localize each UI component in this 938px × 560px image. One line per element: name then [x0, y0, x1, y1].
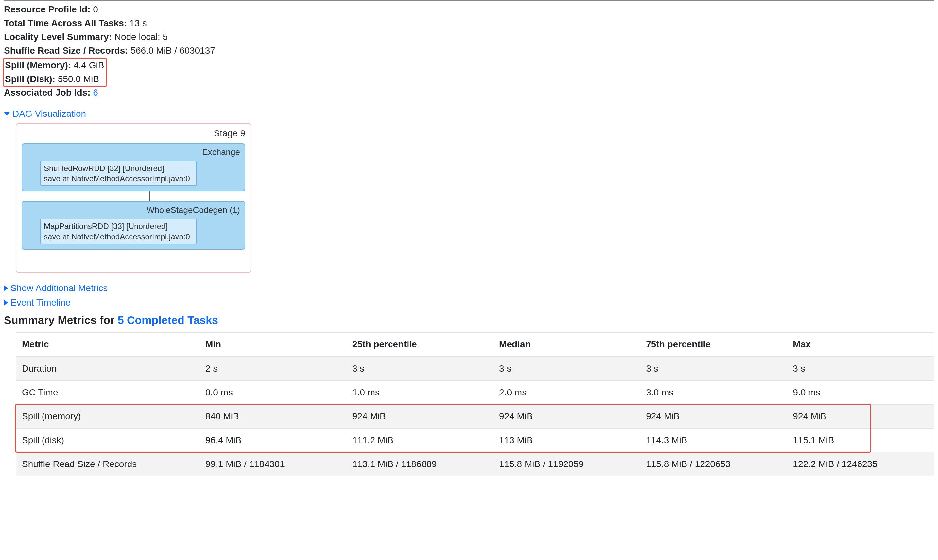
table-cell: 111.2 MiB — [346, 428, 493, 452]
total-time-row: Total Time Across All Tasks: 13 s — [4, 16, 934, 30]
table-cell: 99.1 MiB / 1184301 — [200, 452, 346, 476]
table-cell: 3 s — [346, 357, 493, 381]
table-cell: 840 MiB — [200, 404, 346, 428]
caret-down-icon — [4, 112, 10, 116]
spill-disk-label: Spill (Disk): — [5, 74, 55, 84]
spill-memory-row: Spill (Memory): 4.4 GiB — [5, 58, 104, 72]
table-cell: 924 MiB — [640, 404, 787, 428]
dag-exchange-title: Exchange — [27, 147, 240, 157]
table-cell: Spill (disk) — [16, 428, 200, 452]
dag-rdd2-line1: MapPartitionsRDD [33] [Unordered] — [44, 221, 193, 231]
table-cell: 3 s — [640, 357, 787, 381]
table-cell: 2.0 ms — [493, 380, 640, 404]
event-timeline-toggle[interactable]: Event Timeline — [4, 297, 934, 308]
table-cell: 3 s — [493, 357, 640, 381]
table-cell: Duration — [16, 357, 200, 381]
table-cell: 2 s — [200, 357, 346, 381]
dag-rdd-node-shuffled[interactable]: ShuffledRowRDD [32] [Unordered] save at … — [40, 161, 197, 186]
locality-row: Locality Level Summary: Node local: 5 — [4, 30, 934, 44]
total-time-value: 13 s — [129, 18, 147, 28]
table-cell: 113.1 MiB / 1186889 — [346, 452, 493, 476]
table-row: Spill (disk)96.4 MiB111.2 MiB113 MiB114.… — [16, 428, 934, 452]
table-row: Spill (memory)840 MiB924 MiB924 MiB924 M… — [16, 404, 934, 428]
table-cell: 3.0 ms — [640, 380, 787, 404]
associated-job-row: Associated Job Ids: 6 — [4, 86, 934, 100]
dag-rdd2-line2: save at NativeMethodAccessorImpl.java:0 — [44, 232, 193, 242]
dag-stage-box: Stage 9 Exchange ShuffledRowRDD [32] [Un… — [16, 123, 251, 273]
table-cell: 3 s — [787, 357, 934, 381]
table-cell: 9.0 ms — [787, 380, 934, 404]
dag-rdd-node-mappartitions[interactable]: MapPartitionsRDD [33] [Unordered] save a… — [40, 218, 197, 244]
resource-profile-value: 0 — [93, 4, 98, 14]
resource-profile-label: Resource Profile Id: — [4, 4, 91, 14]
dag-stage-title: Stage 9 — [22, 128, 245, 139]
shuffle-read-label: Shuffle Read Size / Records: — [4, 45, 128, 55]
summary-metrics-table: Metric Min 25th percentile Median 75th p… — [16, 332, 934, 476]
table-cell: 96.4 MiB — [200, 428, 346, 452]
spill-disk-value: 550.0 MiB — [58, 74, 99, 84]
spill-memory-value: 4.4 GiB — [74, 60, 104, 70]
table-cell: 924 MiB — [787, 404, 934, 428]
dag-visualization-label: DAG Visualization — [12, 109, 86, 119]
table-cell: Spill (memory) — [16, 404, 200, 428]
table-cell: 1.0 ms — [346, 380, 493, 404]
dag-wholestage-block: WholeStageCodegen (1) MapPartitionsRDD [… — [22, 201, 245, 249]
shuffle-read-value: 566.0 MiB / 6030137 — [131, 45, 215, 55]
shuffle-read-row: Shuffle Read Size / Records: 566.0 MiB /… — [4, 44, 934, 58]
th-median[interactable]: Median — [493, 332, 640, 357]
associated-job-label: Associated Job Ids: — [4, 87, 91, 97]
spill-disk-row: Spill (Disk): 550.0 MiB — [5, 72, 104, 86]
table-cell: 114.3 MiB — [640, 428, 787, 452]
table-cell: 924 MiB — [493, 404, 640, 428]
table-header-row: Metric Min 25th percentile Median 75th p… — [16, 332, 934, 357]
summary-metrics-prefix: Summary Metrics for — [4, 314, 118, 326]
dag-visualization-toggle[interactable]: DAG Visualization — [4, 109, 934, 119]
spill-highlight-box: Spill (Memory): 4.4 GiB Spill (Disk): 55… — [3, 58, 107, 87]
dag-rdd-line1: ShuffledRowRDD [32] [Unordered] — [44, 163, 193, 173]
th-min[interactable]: Min — [200, 332, 346, 357]
locality-value: Node local: 5 — [114, 32, 168, 42]
table-cell: 924 MiB — [346, 404, 493, 428]
table-cell: GC Time — [16, 380, 200, 404]
summary-metrics-heading: Summary Metrics for 5 Completed Tasks — [4, 314, 934, 326]
th-75th[interactable]: 75th percentile — [640, 332, 787, 357]
dag-wholestage-title: WholeStageCodegen (1) — [27, 205, 240, 215]
show-additional-metrics-label: Show Additional Metrics — [11, 283, 108, 294]
table-row: Duration2 s3 s3 s3 s3 s — [16, 357, 934, 381]
th-metric[interactable]: Metric — [16, 332, 200, 357]
resource-profile-row: Resource Profile Id: 0 — [4, 3, 934, 16]
associated-job-link[interactable]: 6 — [93, 87, 98, 97]
summary-metrics-table-wrap: Metric Min 25th percentile Median 75th p… — [4, 332, 934, 476]
completed-tasks-link[interactable]: 5 Completed Tasks — [118, 314, 218, 326]
show-additional-metrics-toggle[interactable]: Show Additional Metrics — [4, 283, 934, 294]
dag-edge — [149, 191, 150, 201]
dag-rdd-line2: save at NativeMethodAccessorImpl.java:0 — [44, 173, 193, 183]
table-cell: 113 MiB — [493, 428, 640, 452]
caret-right-icon — [4, 285, 8, 291]
total-time-label: Total Time Across All Tasks: — [4, 18, 127, 28]
table-row: Shuffle Read Size / Records99.1 MiB / 11… — [16, 452, 934, 476]
table-row: GC Time0.0 ms1.0 ms2.0 ms3.0 ms9.0 ms — [16, 380, 934, 404]
table-cell: Shuffle Read Size / Records — [16, 452, 200, 476]
table-cell: 122.2 MiB / 1246235 — [787, 452, 934, 476]
table-cell: 115.8 MiB / 1192059 — [493, 452, 640, 476]
th-max[interactable]: Max — [787, 332, 934, 357]
th-25th[interactable]: 25th percentile — [346, 332, 493, 357]
event-timeline-label: Event Timeline — [11, 297, 71, 308]
table-cell: 115.1 MiB — [787, 428, 934, 452]
locality-label: Locality Level Summary: — [4, 32, 112, 42]
stage-summary: Resource Profile Id: 0 Total Time Across… — [4, 3, 934, 100]
table-cell: 115.8 MiB / 1220653 — [640, 452, 787, 476]
spill-memory-label: Spill (Memory): — [5, 60, 71, 70]
table-cell: 0.0 ms — [200, 380, 346, 404]
caret-right-icon — [4, 300, 8, 306]
dag-exchange-block: Exchange ShuffledRowRDD [32] [Unordered]… — [22, 143, 245, 191]
